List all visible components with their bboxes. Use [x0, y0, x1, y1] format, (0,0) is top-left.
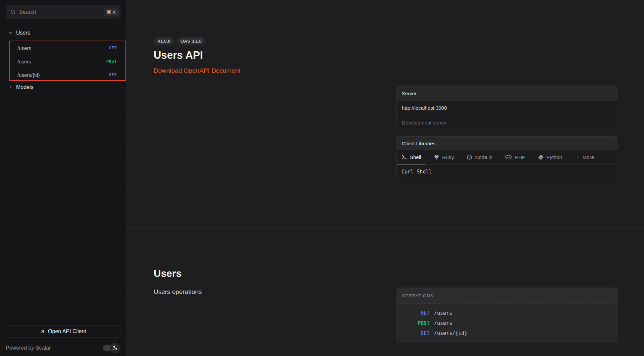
method-label: GET — [402, 330, 430, 336]
ellipsis-icon — [575, 154, 580, 160]
operation-post-users[interactable]: POST /users — [397, 318, 618, 328]
endpoint-path: /users/{id} — [17, 72, 40, 78]
method-badge: GET — [109, 72, 117, 77]
chevron-down-icon — [8, 31, 13, 35]
server-url[interactable]: http://localhost:3000 — [397, 101, 618, 115]
moon-icon — [112, 345, 118, 351]
operation-path: /users — [434, 320, 452, 326]
terminal-icon — [401, 154, 407, 160]
section-divider — [127, 227, 644, 228]
method-label: POST — [402, 320, 430, 326]
search-icon — [10, 9, 16, 15]
method-badge: POST — [106, 59, 117, 64]
dark-mode-toggle[interactable] — [103, 343, 120, 353]
sidebar-group-models[interactable]: Models — [0, 83, 126, 92]
open-api-client-label: Open API Client — [48, 328, 86, 335]
tab-php[interactable]: php PHP — [505, 150, 525, 164]
client-libraries-title: Client Libraries — [397, 137, 618, 150]
sidebar: Search ⌘ K Users /users GET /users POST … — [0, 0, 126, 356]
svg-text:php: php — [507, 156, 511, 158]
client-libraries-card: Client Libraries Shell Ruby — [396, 136, 618, 179]
open-api-client-button[interactable]: Open API Client — [6, 325, 120, 338]
endpoint-path: /users — [17, 45, 31, 51]
client-library-snippet: Curl Shell — [397, 165, 618, 179]
sidebar-group-label: Models — [16, 84, 34, 90]
search-shortcut-badge: ⌘ K — [104, 8, 119, 16]
oas-badge: OAS 3.1.0 — [177, 37, 205, 45]
tab-nodejs[interactable]: JS Node.js — [467, 150, 492, 164]
sidebar-group-label: Users — [16, 30, 30, 36]
sidebar-group-users[interactable]: Users — [0, 28, 126, 38]
download-openapi-link[interactable]: Download OpenAPI Document — [154, 67, 240, 74]
section-description: Users operations — [154, 288, 202, 296]
operation-get-users[interactable]: GET /users — [397, 308, 618, 318]
endpoint-path: /users — [17, 59, 31, 64]
main-content: V1.0.0 OAS 3.1.0 Users API Download Open… — [127, 0, 644, 356]
php-icon: php — [505, 154, 512, 160]
ruby-icon — [434, 154, 439, 160]
server-card: Server http://localhost:3000 Development… — [396, 86, 618, 130]
sidebar-footer: Open API Client Powered by Scalar — [0, 319, 126, 356]
users-section: Users Users operations — [154, 268, 202, 296]
operations-card: OPERATIONS GET /users POST /users GET /u… — [396, 288, 618, 343]
sidebar-selection-outline: /users GET /users POST /users/{id} GET — [9, 41, 126, 81]
sidebar-item-post-users[interactable]: /users POST — [10, 55, 125, 68]
search-placeholder: Search — [19, 9, 104, 15]
search-input[interactable]: Search ⌘ K — [6, 5, 121, 19]
server-description: Development server — [397, 115, 618, 130]
server-card-title: Server — [397, 86, 618, 101]
sidebar-item-get-users-id[interactable]: /users/{id} GET — [10, 68, 125, 82]
python-icon — [538, 154, 544, 160]
operation-path: /users/{id} — [434, 330, 467, 336]
tab-ruby[interactable]: Ruby — [434, 150, 454, 164]
client-libraries-tabs: Shell Ruby JS Node.js — [397, 150, 618, 165]
method-badge: GET — [109, 46, 117, 50]
operation-path: /users — [434, 310, 452, 316]
operation-get-users-id[interactable]: GET /users/{id} — [397, 328, 618, 338]
version-badge: V1.0.0 — [154, 37, 174, 45]
toggle-knob — [110, 343, 120, 353]
tab-more[interactable]: More — [575, 150, 594, 164]
operations-card-title: OPERATIONS — [397, 288, 618, 303]
powered-by-scalar: Powered by Scalar — [6, 345, 51, 351]
operations-list: GET /users POST /users GET /users/{id} — [397, 303, 618, 343]
method-label: GET — [402, 310, 430, 316]
tab-shell[interactable]: Shell — [401, 150, 421, 164]
hero-cards: Server http://localhost:3000 Development… — [396, 86, 618, 179]
nodejs-icon: JS — [467, 154, 472, 160]
arrow-up-right-icon — [40, 329, 45, 334]
section-title: Users — [154, 268, 202, 279]
api-header: V1.0.0 OAS 3.1.0 Users API Download Open… — [154, 37, 240, 74]
tab-python[interactable]: Python — [538, 150, 562, 164]
chevron-right-icon — [8, 85, 13, 90]
page-title: Users API — [154, 49, 240, 61]
sidebar-item-get-users[interactable]: /users GET — [10, 41, 125, 55]
svg-text:JS: JS — [468, 156, 471, 158]
